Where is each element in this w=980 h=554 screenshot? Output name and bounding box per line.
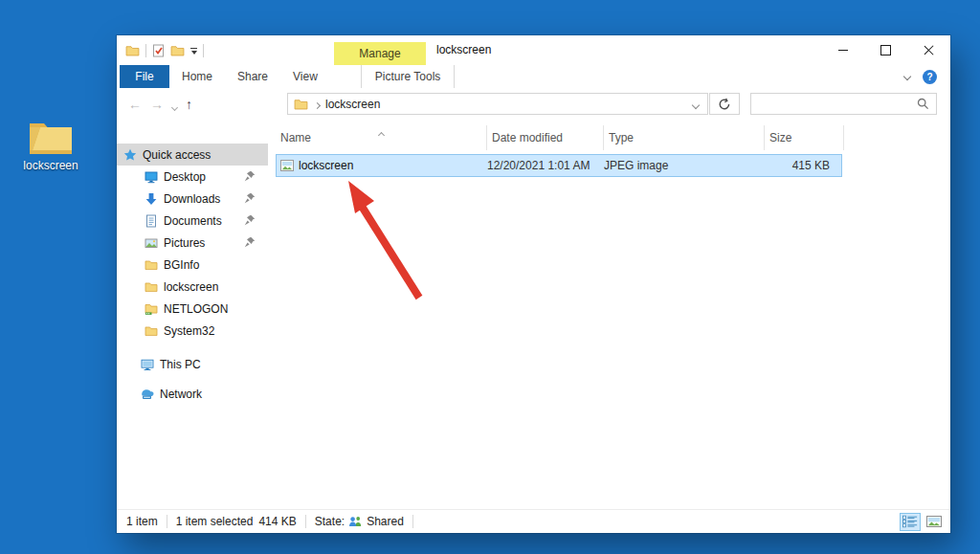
column-header-date-modified[interactable]: Date modified xyxy=(487,125,604,150)
file-date-cell: 12/20/2021 1:01 AM xyxy=(487,159,604,172)
close-icon xyxy=(924,45,934,55)
collapse-ribbon-icon[interactable] xyxy=(903,73,911,80)
sidebar-item-system32[interactable]: System32 xyxy=(117,320,268,342)
sidebar-item-quick-access[interactable]: Quick access xyxy=(117,144,268,166)
details-view-button[interactable] xyxy=(900,513,921,531)
thumbnail-view-button[interactable] xyxy=(924,513,945,531)
star-icon xyxy=(123,148,137,162)
column-header-type[interactable]: Type xyxy=(604,125,765,150)
folder-icon xyxy=(29,119,73,155)
ribbon-right-controls: ? xyxy=(904,65,950,88)
breadcrumb[interactable]: lockscreen xyxy=(325,98,380,111)
column-header-size[interactable]: Size xyxy=(765,125,844,150)
shared-people-icon xyxy=(348,516,363,527)
search-input[interactable] xyxy=(751,94,917,114)
divider xyxy=(167,515,167,528)
main-content: Quick access Desktop Downloads xyxy=(117,120,950,510)
column-headers: Name Date modified Type Size xyxy=(276,125,943,150)
sidebar-item-bginfo[interactable]: BGInfo xyxy=(117,254,268,276)
navigation-toolbar: ← → ↑ lockscreen xyxy=(117,88,950,120)
divider xyxy=(412,515,413,528)
back-icon[interactable]: ← xyxy=(128,97,142,112)
desktop-icon-label: lockscreen xyxy=(17,159,84,172)
file-list: Name Date modified Type Size xyxy=(276,125,943,177)
refresh-icon xyxy=(718,98,731,111)
tab-picture-tools[interactable]: Picture Tools xyxy=(361,65,455,88)
file-row-selected[interactable]: lockscreen 12/20/2021 1:01 AM JPEG image… xyxy=(276,154,842,177)
divider xyxy=(305,515,306,528)
address-bar[interactable]: lockscreen xyxy=(287,93,708,115)
tab-share[interactable]: Share xyxy=(225,65,280,88)
help-icon[interactable]: ? xyxy=(923,70,937,84)
selection-summary: 1 item selected xyxy=(176,515,254,528)
breadcrumb-chevron-icon xyxy=(315,98,320,111)
tab-home[interactable]: Home xyxy=(169,65,225,88)
properties-check-icon[interactable] xyxy=(152,44,165,57)
network-icon xyxy=(141,388,154,401)
minimize-button[interactable] xyxy=(821,35,864,65)
view-switcher xyxy=(900,513,950,531)
sidebar-item-pictures[interactable]: Pictures xyxy=(117,232,268,254)
file-size-cell: 415 KB xyxy=(765,159,837,172)
jpeg-image-icon xyxy=(280,160,294,171)
minimize-icon xyxy=(838,50,848,51)
pin-icon xyxy=(244,192,256,204)
state-label: State: xyxy=(315,515,345,528)
desktop-folder-shortcut[interactable]: lockscreen xyxy=(17,119,84,172)
folder-icon xyxy=(145,280,158,293)
sidebar-item-this-pc[interactable]: This PC xyxy=(117,353,268,375)
details-view-icon xyxy=(902,515,918,528)
folder-icon xyxy=(145,258,158,271)
nav-buttons: ← → ↑ xyxy=(128,88,192,120)
navigation-pane: Quick access Desktop Downloads xyxy=(117,120,268,510)
quick-access-toolbar xyxy=(125,35,204,65)
close-button[interactable] xyxy=(907,35,950,65)
share-state: State: Shared xyxy=(315,515,404,528)
window-title: lockscreen xyxy=(436,35,491,65)
document-icon xyxy=(145,214,158,228)
recent-locations-icon[interactable] xyxy=(172,98,177,113)
title-bar: Manage lockscreen xyxy=(117,35,950,65)
sidebar-item-network[interactable]: Network xyxy=(117,383,268,405)
sidebar-item-lockscreen[interactable]: lockscreen xyxy=(117,276,268,298)
customize-qat-dropdown-icon[interactable] xyxy=(190,46,197,55)
maximize-button[interactable] xyxy=(864,35,907,65)
ribbon-tab-row: File Home Share View Picture Tools ? xyxy=(117,65,950,89)
forward-icon[interactable]: → xyxy=(150,97,164,112)
picture-icon xyxy=(145,236,158,250)
desktop-icon xyxy=(145,170,158,184)
search-icon xyxy=(917,98,929,110)
folder-icon xyxy=(145,324,158,337)
explorer-window: Manage lockscreen File Home Share View P… xyxy=(117,35,950,533)
tab-file[interactable]: File xyxy=(120,65,169,88)
address-dropdown-icon[interactable] xyxy=(693,98,707,111)
divider xyxy=(145,44,146,57)
up-icon[interactable]: ↑ xyxy=(186,97,192,112)
pin-icon xyxy=(244,236,256,248)
sidebar-item-desktop[interactable]: Desktop xyxy=(117,166,268,188)
status-bar: 1 item 1 item selected 414 KB State: Sha… xyxy=(117,509,950,533)
breadcrumb-folder-icon xyxy=(294,98,308,110)
sidebar-item-downloads[interactable]: Downloads xyxy=(117,188,268,210)
window-folder-icon xyxy=(125,44,140,56)
computer-icon xyxy=(141,358,154,371)
contextual-group-label[interactable]: Manage xyxy=(334,42,426,65)
item-count: 1 item xyxy=(126,515,158,528)
column-header-name[interactable]: Name xyxy=(276,125,487,150)
shared-folder-icon xyxy=(145,302,158,316)
refresh-button[interactable] xyxy=(709,93,740,115)
state-value: Shared xyxy=(367,515,404,528)
window-controls xyxy=(821,35,950,65)
maximize-icon xyxy=(880,45,891,55)
selection-size: 414 KB xyxy=(258,515,296,528)
pin-icon xyxy=(244,170,256,182)
download-arrow-icon xyxy=(145,192,158,206)
sidebar-item-documents[interactable]: Documents xyxy=(117,210,268,232)
tab-view[interactable]: View xyxy=(280,65,330,88)
sort-ascending-icon xyxy=(379,127,384,141)
file-type-cell: JPEG image xyxy=(604,159,765,172)
new-folder-icon[interactable] xyxy=(170,44,185,56)
thumbnail-view-icon xyxy=(926,516,942,527)
pin-icon xyxy=(244,214,256,226)
sidebar-item-netlogon[interactable]: NETLOGON xyxy=(117,298,268,320)
